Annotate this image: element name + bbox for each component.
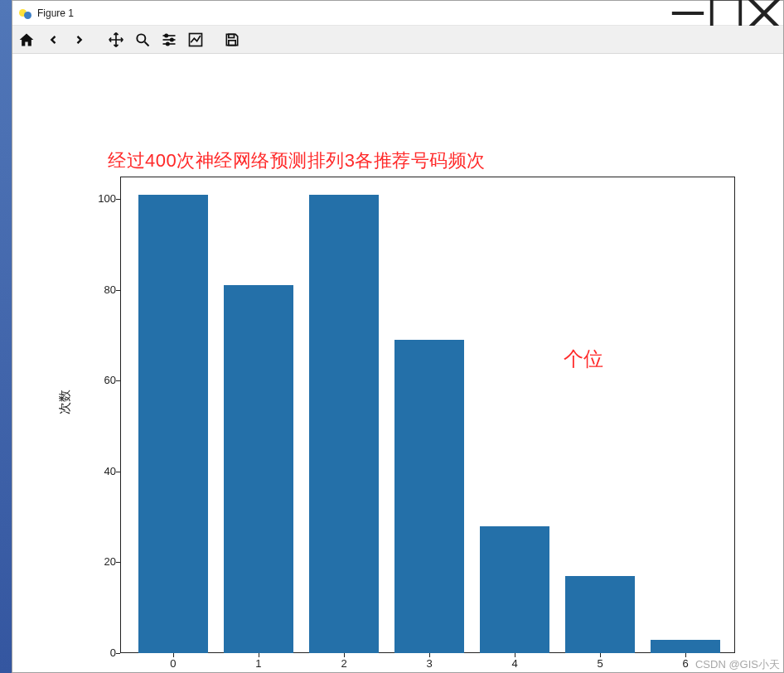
zoom-icon <box>134 31 151 48</box>
svg-point-9 <box>165 34 167 36</box>
x-tick-label: 0 <box>165 657 181 670</box>
home-icon <box>18 31 35 48</box>
arrow-left-icon <box>45 31 61 48</box>
home-button[interactable] <box>16 29 37 51</box>
x-tick-mark <box>685 653 686 657</box>
x-tick-label: 4 <box>506 657 523 670</box>
y-tick-label: 60 <box>93 374 116 386</box>
svg-rect-13 <box>229 34 235 37</box>
svg-rect-14 <box>229 40 235 45</box>
x-tick-label: 5 <box>592 657 608 670</box>
figure-canvas: 经过400次神经网络预测排列3各推荐号码频次 个位 次数 号码 02040608… <box>12 54 783 672</box>
bar <box>309 195 380 653</box>
y-tick-mark <box>116 199 120 200</box>
titlebar: Figure 1 <box>12 1 783 26</box>
save-icon <box>224 31 240 48</box>
move-icon <box>108 31 124 48</box>
x-tick-label: 2 <box>336 657 352 670</box>
svg-point-11 <box>167 42 169 45</box>
save-button[interactable] <box>221 29 243 51</box>
desktop-background-strip <box>0 0 12 673</box>
figure-window: Figure 1 <box>12 0 784 673</box>
close-button[interactable] <box>745 1 783 25</box>
x-tick-mark <box>173 653 174 657</box>
y-tick-label: 80 <box>93 283 116 296</box>
pan-button[interactable] <box>105 29 127 51</box>
x-tick-label: 1 <box>250 657 267 670</box>
window-title: Figure 1 <box>37 7 74 19</box>
bar <box>565 576 636 653</box>
forward-button[interactable] <box>69 29 90 51</box>
x-tick-mark <box>259 653 259 657</box>
maximize-button[interactable] <box>707 1 745 25</box>
y-tick-label: 100 <box>93 192 116 205</box>
y-tick-label: 40 <box>93 465 116 477</box>
y-axis-label: 次数 <box>57 390 73 414</box>
minimize-button[interactable] <box>669 1 707 25</box>
x-tick-label: 3 <box>421 657 438 670</box>
x-tick-mark <box>515 653 515 657</box>
arrow-right-icon <box>71 31 88 48</box>
bar <box>224 285 294 653</box>
window-controls <box>669 1 783 25</box>
x-tick-mark <box>344 653 345 657</box>
bar <box>394 340 465 653</box>
svg-rect-1 <box>712 0 741 27</box>
y-tick-label: 0 <box>93 646 116 659</box>
chart-title: 经过400次神经网络预测排列3各推荐号码频次 <box>108 148 486 173</box>
svg-point-4 <box>137 34 145 42</box>
toolbar <box>12 26 783 54</box>
back-button[interactable] <box>42 29 64 51</box>
app-icon <box>19 7 32 20</box>
x-tick-mark <box>600 653 601 657</box>
svg-line-5 <box>145 41 149 46</box>
x-tick-label: 6 <box>677 657 694 670</box>
bar <box>651 640 721 653</box>
y-tick-mark <box>116 562 120 563</box>
y-tick-mark <box>116 653 120 654</box>
bar <box>138 195 209 653</box>
chart: 经过400次神经网络预测排列3各推荐号码频次 个位 次数 号码 02040608… <box>12 54 784 673</box>
zoom-button[interactable] <box>132 29 153 51</box>
sliders-icon <box>161 31 177 48</box>
svg-point-10 <box>171 38 173 41</box>
subplots-button[interactable] <box>158 29 180 51</box>
x-tick-mark <box>429 653 430 657</box>
y-tick-mark <box>116 380 120 381</box>
chart-line-icon <box>187 31 204 48</box>
y-tick-mark <box>116 472 120 472</box>
watermark: CSDN @GIS小天 <box>695 657 780 672</box>
edit-axes-button[interactable] <box>185 29 206 51</box>
y-tick-label: 20 <box>93 555 116 568</box>
bar <box>480 526 550 653</box>
y-tick-mark <box>116 290 120 291</box>
